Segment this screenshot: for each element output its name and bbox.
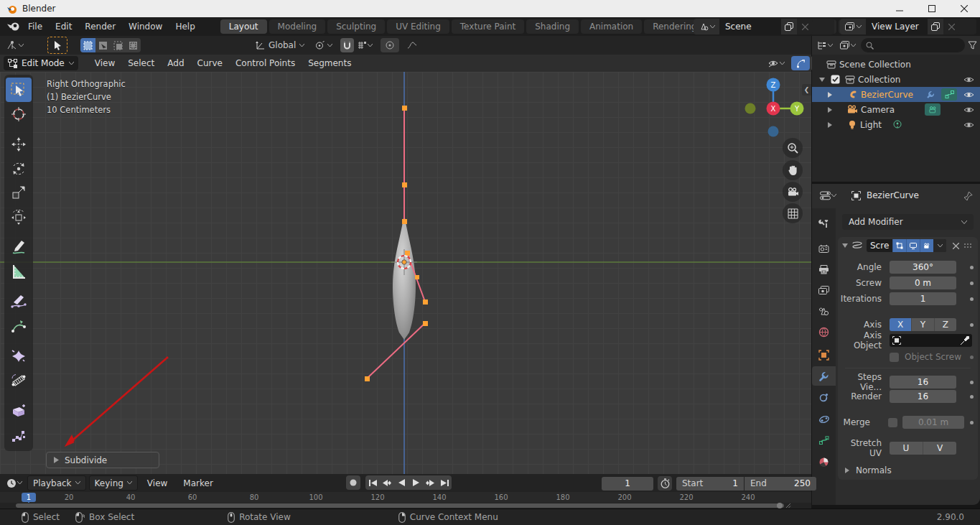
tab-physics[interactable] xyxy=(812,388,836,407)
expand-right-icon[interactable] xyxy=(828,107,832,113)
timeline-scrollbar[interactable] xyxy=(0,503,811,508)
outliner-row-light[interactable]: Light xyxy=(812,117,980,132)
outliner-row-camera[interactable]: Camera xyxy=(812,102,980,117)
tool-move[interactable] xyxy=(6,132,32,157)
select-tweak-mode[interactable] xyxy=(95,38,111,52)
axis-object-field[interactable] xyxy=(890,334,972,347)
menu-help[interactable]: Help xyxy=(169,17,201,36)
modifier-render-toggle[interactable] xyxy=(920,239,933,252)
merge-checkbox[interactable] xyxy=(888,418,897,427)
eyedropper-icon[interactable] xyxy=(960,336,969,345)
gizmo-y-neg[interactable] xyxy=(745,103,756,114)
tool-scale[interactable] xyxy=(6,181,32,205)
proportional-falloff-dropdown[interactable] xyxy=(405,38,419,52)
scene-name[interactable]: Scene xyxy=(719,19,781,34)
sidebar-collapse-arrow[interactable]: ❮ xyxy=(802,84,811,96)
timeline-marker-menu[interactable]: Marker xyxy=(177,478,219,488)
tab-constraints[interactable] xyxy=(812,409,836,429)
steps-viewport-field[interactable]: 16 xyxy=(890,376,956,389)
menu-edit[interactable]: Edit xyxy=(49,17,78,36)
animate-dot[interactable] xyxy=(970,356,974,359)
angle-field[interactable]: 360° xyxy=(890,261,956,274)
tool-curve-pen[interactable] xyxy=(6,314,32,338)
menu-render[interactable]: Render xyxy=(78,17,122,36)
outliner-row-scene-collection[interactable]: Scene Collection xyxy=(812,57,980,72)
animate-dot[interactable] xyxy=(970,282,974,285)
eye-icon[interactable] xyxy=(963,76,974,83)
tab-world[interactable] xyxy=(812,322,836,342)
next-keyframe-button[interactable] xyxy=(423,475,437,490)
tool-tilt[interactable] xyxy=(6,368,32,393)
active-tool-toggle[interactable] xyxy=(47,37,67,54)
tool-measure[interactable] xyxy=(6,259,32,284)
curve-handle[interactable] xyxy=(367,323,425,378)
tab-view-layer[interactable] xyxy=(812,281,836,300)
modifier-extras-dropdown[interactable] xyxy=(933,239,946,252)
eye-icon[interactable] xyxy=(963,106,974,113)
expand-down-icon[interactable] xyxy=(842,243,848,248)
tab-modeling[interactable]: Modeling xyxy=(269,19,326,34)
modifier-editmode-toggle[interactable] xyxy=(892,239,906,252)
normals-subpanel[interactable]: Normals xyxy=(838,464,978,477)
gizmo-z-neg[interactable] xyxy=(768,126,779,137)
proportional-editing-toggle[interactable] xyxy=(381,38,399,52)
scene-browse-button[interactable] xyxy=(694,19,719,34)
properties-editor-type[interactable] xyxy=(818,188,839,203)
navigation-gizmo[interactable]: Z X Y xyxy=(736,75,808,144)
blender-menu-icon[interactable] xyxy=(6,21,22,32)
expand-right-icon[interactable] xyxy=(828,92,832,98)
maximize-button[interactable] xyxy=(915,0,948,17)
view-layer-browse-button[interactable] xyxy=(840,19,866,34)
tool-annotate[interactable] xyxy=(6,235,32,259)
select-lasso-mode[interactable] xyxy=(126,38,141,52)
close-button[interactable] xyxy=(948,0,980,17)
axis-z-button[interactable]: Z xyxy=(935,318,956,331)
tab-uv-editing[interactable]: UV Editing xyxy=(387,19,449,34)
record-button[interactable] xyxy=(346,475,360,490)
object-screw-checkbox[interactable] xyxy=(890,353,899,362)
frame-end-field[interactable]: End 250 xyxy=(745,477,816,491)
outliner-row-collection[interactable]: Collection xyxy=(812,72,980,87)
tab-output[interactable] xyxy=(812,259,836,279)
axis-x-button[interactable]: X xyxy=(890,318,912,331)
animate-dot[interactable] xyxy=(970,395,974,399)
tool-select-box[interactable] xyxy=(6,78,32,102)
stretch-v-button[interactable]: V xyxy=(923,442,956,455)
modifier-close-icon[interactable] xyxy=(953,243,959,249)
zoom-button[interactable] xyxy=(783,138,803,158)
tool-extrude[interactable] xyxy=(6,399,32,423)
tab-shading[interactable]: Shading xyxy=(526,19,579,34)
iterations-field[interactable]: 1 xyxy=(890,292,956,305)
tool-draw[interactable] xyxy=(6,289,32,314)
play-button[interactable] xyxy=(409,475,423,490)
snap-toggle[interactable] xyxy=(340,38,354,52)
tab-object-data[interactable] xyxy=(812,431,836,450)
mode-dropdown[interactable]: Edit Mode xyxy=(4,56,78,70)
tab-animation[interactable]: Animation xyxy=(581,19,642,34)
tool-rotate[interactable] xyxy=(6,157,32,181)
playback-menu[interactable]: Playback xyxy=(27,475,86,491)
snap-settings-dropdown[interactable] xyxy=(355,38,375,52)
menu-segments[interactable]: Segments xyxy=(302,58,358,68)
animate-dot[interactable] xyxy=(970,381,974,384)
screw-field[interactable]: 0 m xyxy=(890,277,956,289)
render-steps-field[interactable]: 16 xyxy=(890,390,956,403)
tool-radius[interactable] xyxy=(6,344,32,368)
outliner-row-beziercurve[interactable]: BezierCurve xyxy=(812,87,980,102)
tool-randomize[interactable] xyxy=(6,423,32,447)
scrollbar-thumb[interactable] xyxy=(16,503,784,508)
tab-sculpting[interactable]: Sculpting xyxy=(327,19,385,34)
tab-object[interactable] xyxy=(812,345,836,365)
checkbox-checked-icon[interactable] xyxy=(831,75,840,84)
add-modifier-dropdown[interactable]: Add Modifier xyxy=(842,214,974,230)
keying-menu[interactable]: Keying xyxy=(89,475,138,491)
timeline-editor-type[interactable] xyxy=(4,476,24,491)
modifier-name[interactable]: Scre xyxy=(867,241,892,251)
animate-dot[interactable] xyxy=(970,323,974,327)
tab-render[interactable] xyxy=(812,239,836,259)
scene-copy-button[interactable] xyxy=(781,19,797,34)
frame-start-field[interactable]: Start 1 xyxy=(676,477,744,491)
3d-viewport[interactable]: Right Orthographic (1) BezierCurve 10 Ce… xyxy=(0,72,811,474)
animate-dot[interactable] xyxy=(970,266,974,269)
menu-select[interactable]: Select xyxy=(121,58,161,68)
